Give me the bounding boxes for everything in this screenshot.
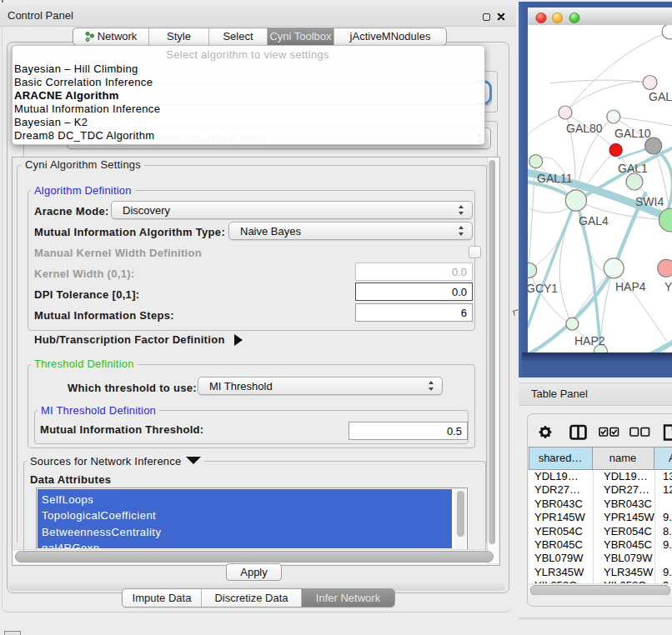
svg-text:GAL2: GAL2 xyxy=(649,90,672,103)
svg-text:HAP2: HAP2 xyxy=(574,334,605,348)
svg-text:GCY1: GCY1 xyxy=(528,282,558,295)
svg-text:GAL4: GAL4 xyxy=(579,214,609,228)
svg-text:Y: Y xyxy=(664,280,672,293)
svg-text:SWI4: SWI4 xyxy=(635,195,664,208)
svg-text:GAL1: GAL1 xyxy=(618,162,648,175)
svg-text:GAL11: GAL11 xyxy=(537,172,573,185)
svg-text:GAL10: GAL10 xyxy=(614,127,651,140)
svg-text:GAL80: GAL80 xyxy=(566,122,603,135)
svg-text:HAP4: HAP4 xyxy=(615,280,646,293)
